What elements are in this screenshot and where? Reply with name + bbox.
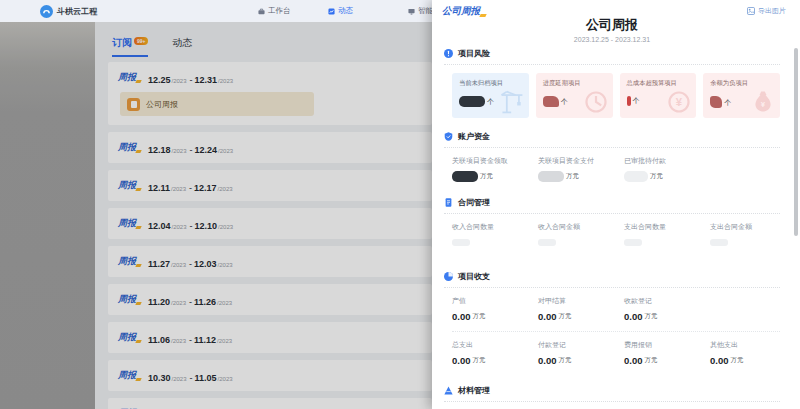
field-label: 收入合同金额 — [538, 222, 624, 232]
tab-subscribe[interactable]: 订阅99+ — [112, 36, 148, 57]
section-divider — [452, 331, 780, 332]
weekly-badge: 周报 — [118, 331, 141, 344]
money-bag-icon: ¥ — [750, 89, 776, 115]
date-end: 11.05 — [195, 373, 217, 383]
nav-item-activity[interactable]: 动态 — [328, 0, 353, 22]
card-label: 当前未归档项目 — [459, 79, 522, 88]
field-label: 已审批待付款 — [624, 156, 710, 166]
field: 付款登记 0.00万元 — [538, 340, 624, 367]
section-budget-header: 项目收支 — [444, 271, 780, 288]
date-end: 11.26 — [194, 297, 216, 307]
feed-tabs: 订阅99+ 动态 — [112, 36, 192, 57]
date-sep: - — [189, 297, 192, 307]
date-year: /2023 — [172, 148, 187, 154]
nav-item-workbench[interactable]: 工作台 — [258, 0, 291, 22]
field-value: 0.00 — [538, 311, 557, 322]
date-end: 12.10 — [195, 221, 218, 231]
list-item[interactable]: 周报 12.04/2023-12.10/2023 — [108, 208, 432, 239]
panel-scrollbar-thumb[interactable] — [794, 48, 798, 236]
report-doc-icon — [127, 98, 140, 111]
list-item[interactable]: 周报 12.11/2023-12.17/2023 — [108, 170, 432, 201]
export-image-button[interactable]: 导出图片 — [747, 6, 786, 16]
date-sep: - — [190, 75, 193, 85]
field: 收款登记 0.00万元 — [624, 296, 710, 323]
section-title: 项目收支 — [458, 271, 490, 282]
field: 支出合同数量 — [624, 222, 710, 249]
brand-logo-icon — [40, 5, 53, 18]
field-value: 0.00 — [452, 311, 471, 322]
date-year: /2023 — [171, 300, 186, 306]
field: 关联项目资金领取 万元 — [452, 156, 538, 183]
card-unit: 个 — [724, 98, 731, 108]
date-sep: - — [190, 145, 193, 155]
risk-card-over-budget: 总成本超预算项目 个 ¥ — [620, 73, 697, 118]
date-start: 11.06 — [148, 335, 170, 345]
card-label: 总成本超预算项目 — [627, 79, 690, 88]
section-title: 项目风险 — [458, 48, 490, 59]
date-start: 11.27 — [148, 259, 170, 269]
redacted-value — [452, 171, 478, 182]
card-unit: 个 — [561, 97, 568, 107]
field: 对甲结算 0.00万元 — [538, 296, 624, 323]
field-label: 对甲结算 — [538, 296, 624, 306]
redacted-value — [452, 239, 470, 246]
list-item[interactable]: 周报 12.25/2023-12.31/2023 公司周报 — [108, 62, 432, 125]
list-item[interactable]: 周报 11.27/2023-12.03/2023 — [108, 246, 432, 277]
list-item[interactable]: 周报 11.06/2023-11.12/2023 — [108, 322, 432, 353]
date-start: 12.04 — [148, 221, 171, 231]
list-item[interactable]: 周报 12.18/2023-12.24/2023 — [108, 132, 432, 163]
field-unit: 万元 — [559, 356, 572, 365]
clock-icon — [583, 89, 609, 115]
field-label: 关联项目资金支付 — [538, 156, 624, 166]
list-item[interactable]: 周报 10.30/2023-11.05/2023 — [108, 360, 432, 391]
field-unit: 万元 — [731, 356, 744, 365]
activity-icon — [328, 8, 335, 15]
date-start: 12.11 — [148, 183, 170, 193]
field: 费用报销 0.00万元 — [624, 340, 710, 367]
budget-row1: 产值 0.00万元 对甲结算 0.00万元 收款登记 0.00万元 — [452, 296, 780, 323]
report-body: 项目风险 当前未归档项目 个 进度延期项目 个 总成本超预算项目 个 ¥ 余额为… — [432, 48, 792, 409]
export-label: 导出图片 — [758, 6, 786, 16]
field-label: 产值 — [452, 296, 538, 306]
list-subitem-company-weekly[interactable]: 公司周报 — [120, 92, 314, 116]
date-year: /2023 — [218, 262, 233, 268]
svg-text:¥: ¥ — [761, 100, 766, 109]
background-image-strip — [0, 22, 95, 409]
list-item[interactable]: 周报 10.23/2023-10.29/2023 — [108, 398, 432, 409]
field-label: 关联项目资金领取 — [452, 156, 538, 166]
card-unit: 个 — [633, 96, 640, 106]
date-sep: - — [190, 373, 193, 383]
tab-activity[interactable]: 动态 — [172, 36, 192, 55]
weekly-report-panel: 公司周报 导出图片 公司周报 2023.12.25 - 2023.12.31 项… — [432, 0, 800, 409]
card-unit: 个 — [487, 97, 494, 107]
field-value: 0.00 — [538, 355, 557, 366]
yuan-circle-icon: ¥ — [666, 89, 692, 115]
redacted-value — [543, 96, 559, 107]
field: 已审批待付款 万元 — [624, 156, 710, 183]
section-material-header: 材料管理 — [444, 385, 780, 402]
shield-icon — [444, 132, 453, 141]
risk-card-unarchived: 当前未归档项目 个 — [452, 73, 529, 118]
crane-icon — [499, 89, 525, 115]
brand-name: 斗栱云工程 — [57, 6, 97, 17]
date-year: /2023 — [171, 186, 186, 192]
weekly-badge: 周报 — [118, 179, 141, 192]
date-year: /2023 — [218, 186, 233, 192]
funds-fields: 关联项目资金领取 万元 关联项目资金支付 万元 已审批待付款 万元 — [452, 156, 780, 183]
pie-chart-icon — [444, 272, 453, 281]
field-unit: 万元 — [473, 356, 486, 365]
image-export-icon — [747, 7, 755, 15]
section-title: 账户资金 — [458, 131, 490, 142]
section-risk-header: 项目风险 — [444, 48, 780, 65]
date-year: /2023 — [172, 78, 187, 84]
redacted-value — [538, 171, 564, 182]
field: 总支出 0.00万元 — [452, 340, 538, 367]
warning-circle-icon — [444, 49, 453, 58]
weekly-badge: 周报 — [118, 369, 141, 382]
date-year: /2023 — [218, 78, 233, 84]
weekly-badge: 周报 — [118, 255, 141, 268]
field-label: 其他支出 — [710, 340, 796, 350]
list-item[interactable]: 周报 11.20/2023-11.26/2023 — [108, 284, 432, 315]
field: 关联项目资金支付 万元 — [538, 156, 624, 183]
report-title: 公司周报 — [432, 16, 792, 34]
